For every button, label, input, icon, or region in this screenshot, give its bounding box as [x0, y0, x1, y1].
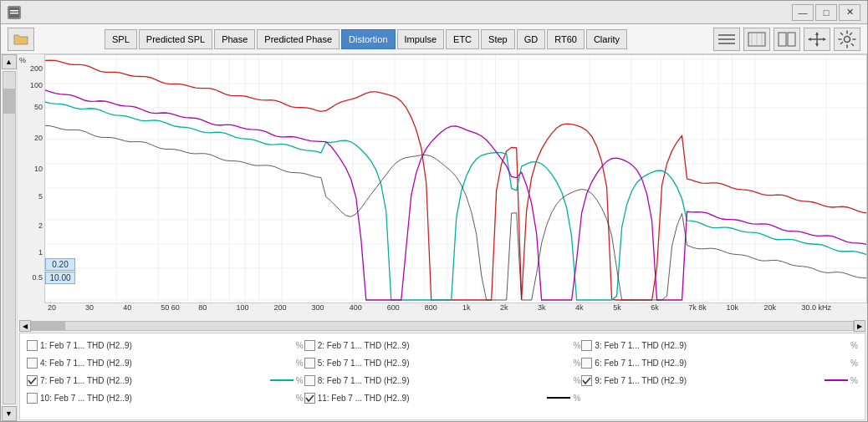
move-button[interactable] — [804, 28, 830, 51]
y-scrollbar-track[interactable] — [3, 71, 16, 404]
x-label-30: 30 — [85, 303, 94, 312]
legend-label-7: 7: Feb 7 1... THD (H2..9) — [40, 376, 268, 385]
legend-cb-5[interactable] — [304, 358, 315, 369]
legend-line-11 — [547, 397, 570, 399]
y-label-10: 10 — [34, 165, 43, 173]
svg-marker-15 — [815, 43, 819, 47]
legend-cb-3[interactable] — [581, 340, 592, 351]
legend-label-1: 1: Feb 7 1... THD (H2..9) — [40, 341, 268, 350]
tab-spl[interactable]: SPL — [105, 29, 137, 49]
legend-row: 3: Feb 7 1... THD (H2..9)% — [581, 337, 858, 353]
legend-row: 6: Feb 7 1... THD (H2..9)% — [581, 354, 858, 371]
legend-row: 1: Feb 7 1... THD (H2..9)% — [27, 337, 304, 353]
h-scroll-left[interactable]: ◀ — [19, 320, 31, 332]
app-icon — [8, 6, 21, 19]
value-box: 0.20 — [45, 258, 75, 271]
title-bar-left — [8, 6, 26, 19]
legend-line-9 — [825, 379, 848, 381]
chart-container: % 200 100 50 20 10 5 2 1 0.5 0.20 — [18, 54, 867, 421]
graph-button[interactable] — [743, 28, 770, 51]
x-label-100: 100 — [236, 303, 248, 312]
main-area: ▲ ▼ % 200 100 50 20 10 5 2 1 — [1, 54, 867, 421]
y-scrollbar-thumb[interactable] — [3, 89, 15, 114]
freq-box: 10.00 — [45, 272, 75, 284]
legend-label-4: 4: Feb 7 1... THD (H2..9) — [40, 358, 268, 368]
title-controls: — □ ✕ — [792, 4, 860, 21]
tab-phase[interactable]: Phase — [214, 29, 255, 49]
y-label-100: 100 — [30, 81, 43, 89]
h-scrollbar: ◀ ▶ — [19, 320, 865, 332]
x-label-6k: 6k — [651, 303, 659, 312]
x-label-20: 20 — [48, 303, 56, 312]
tab-predicted-spl[interactable]: Predicted SPL — [139, 29, 212, 49]
svg-rect-2 — [10, 13, 18, 14]
tab-predicted-phase[interactable]: Predicted Phase — [257, 29, 340, 49]
svg-point-18 — [845, 36, 850, 42]
tab-impulse[interactable]: Impulse — [397, 29, 445, 49]
legend-cb-7[interactable] — [27, 375, 38, 386]
legend-label-2: 2: Feb 7 1... THD (H2..9) — [318, 341, 545, 350]
x-label-600: 600 — [387, 303, 400, 312]
legend-row: 2: Feb 7 1... THD (H2..9)% — [304, 337, 581, 353]
legend-pct-4: % — [296, 358, 304, 368]
overlay-lines-button[interactable] — [713, 28, 740, 51]
legend-pct-9: % — [850, 376, 858, 385]
svg-rect-10 — [779, 33, 786, 46]
legend-cb-9[interactable] — [581, 375, 592, 386]
tab-rt60[interactable]: RT60 — [547, 29, 585, 49]
y-label-50: 50 — [34, 103, 43, 111]
x-label-80: 80 — [198, 303, 207, 312]
tab-gd[interactable]: GD — [517, 29, 546, 49]
y-label-200: 200 — [30, 64, 43, 73]
legend-label-9: 9: Feb 7 1... THD (H2..9) — [595, 376, 822, 385]
settings-button[interactable] — [834, 28, 860, 51]
panels-button[interactable] — [774, 28, 800, 51]
x-label-7k8k: 7k 8k — [688, 303, 707, 312]
legend-cb-6[interactable] — [581, 358, 592, 369]
tab-clarity[interactable]: Clarity — [586, 29, 627, 49]
tab-etc[interactable]: ETC — [446, 29, 479, 49]
x-label-10k: 10k — [726, 303, 738, 312]
tab-step[interactable]: Step — [481, 29, 515, 49]
y-scroll-up[interactable]: ▲ — [2, 54, 17, 69]
toolbar-left — [8, 28, 34, 51]
close-button[interactable]: ✕ — [839, 4, 860, 21]
legend-cb-1[interactable] — [27, 340, 38, 351]
x-label-2k: 2k — [500, 303, 508, 312]
chart-wrapper: % 200 100 50 20 10 5 2 1 0.5 0.20 — [18, 54, 867, 303]
title-bar: — □ ✕ — [1, 1, 867, 24]
x-label-3k: 3k — [538, 303, 546, 312]
minimize-button[interactable]: — — [792, 4, 814, 21]
legend-row: 11: Feb 7 ... THD (H2..9)% — [304, 389, 581, 406]
h-scroll-thumb[interactable] — [32, 322, 65, 330]
y-label-2: 2 — [38, 221, 43, 230]
x-label-300: 300 — [312, 303, 324, 312]
maximize-button[interactable]: □ — [815, 4, 837, 21]
legend-grid: 1: Feb 7 1... THD (H2..9)%2: Feb 7 1... … — [27, 337, 858, 406]
h-scroll-track[interactable] — [31, 321, 854, 331]
legend-label-6: 6: Feb 7 1... THD (H2..9) — [595, 358, 822, 368]
legend-cb-10[interactable] — [27, 393, 38, 404]
y-label-20: 20 — [34, 134, 43, 142]
x-label-200: 200 — [273, 303, 286, 312]
x-label-800: 800 — [425, 303, 437, 312]
legend-label-10: 10: Feb 7 ... THD (H2..9) — [40, 394, 268, 403]
y-label-0.5: 0.5 — [32, 273, 43, 282]
svg-marker-17 — [823, 38, 826, 41]
legend-pct-8: % — [573, 376, 580, 385]
tab-distortion[interactable]: Distortion — [341, 29, 395, 49]
y-label-1: 1 — [38, 248, 43, 257]
legend-cb-8[interactable] — [304, 375, 315, 386]
h-scroll-right[interactable]: ▶ — [854, 320, 865, 332]
legend-label-5: 5: Feb 7 1... THD (H2..9) — [318, 358, 545, 368]
legend-row: 9: Feb 7 1... THD (H2..9)% — [581, 372, 858, 389]
legend-cb-11[interactable] — [304, 393, 315, 404]
y-scroll-down[interactable]: ▼ — [2, 406, 17, 421]
legend-pct-6: % — [850, 358, 858, 368]
legend-label-3: 3: Feb 7 1... THD (H2..9) — [595, 341, 822, 350]
folder-button[interactable] — [8, 28, 34, 51]
svg-marker-16 — [808, 38, 811, 41]
legend-cb-4[interactable] — [27, 358, 38, 369]
legend-row: 4: Feb 7 1... THD (H2..9)% — [27, 354, 304, 371]
legend-cb-2[interactable] — [304, 340, 315, 351]
